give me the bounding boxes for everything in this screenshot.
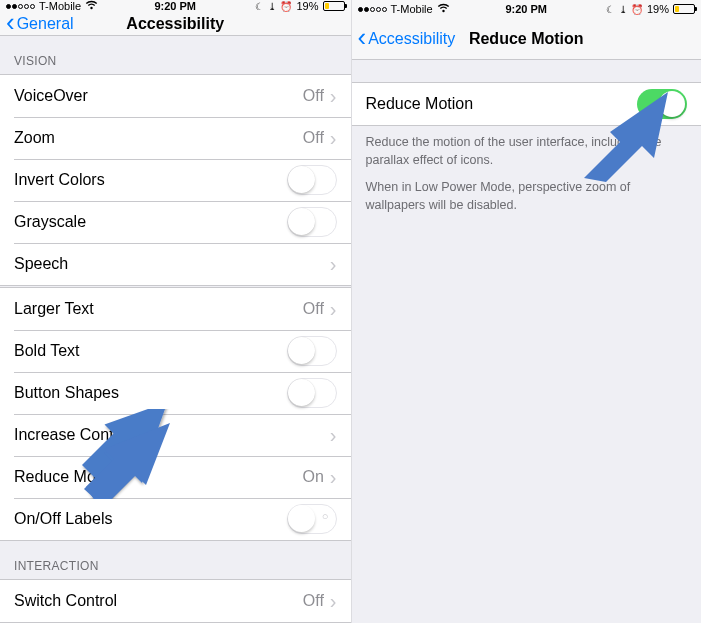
section-header-interaction: INTERACTION	[0, 541, 351, 579]
group-reduce-motion: Reduce Motion	[352, 82, 702, 126]
group-vision: VoiceOver Off › Zoom Off › Invert Colors…	[0, 74, 351, 286]
back-label: Accessibility	[368, 30, 455, 48]
wifi-icon	[437, 3, 450, 15]
back-button[interactable]: ‹ Accessibility	[352, 27, 456, 50]
switch-reduce-motion[interactable]	[637, 89, 687, 119]
row-label: Grayscale	[14, 213, 287, 231]
battery-icon	[323, 1, 345, 11]
footer-paragraph: When in Low Power Mode, perspective zoom…	[366, 179, 688, 214]
row-reduce-motion[interactable]: Reduce Motion On ›	[0, 456, 351, 498]
row-invert-colors[interactable]: Invert Colors	[0, 159, 351, 201]
row-label: Reduce Motion	[366, 95, 638, 113]
chevron-right-icon: ›	[330, 466, 337, 489]
row-increase-contrast[interactable]: Increase Contrast ›	[0, 414, 351, 456]
carrier-label: T-Mobile	[391, 3, 433, 15]
switch-bold-text[interactable]	[287, 336, 337, 366]
status-time: 9:20 PM	[505, 3, 547, 15]
chevron-right-icon: ›	[330, 298, 337, 321]
status-time: 9:20 PM	[154, 0, 196, 12]
battery-icon	[673, 4, 695, 14]
row-label: Bold Text	[14, 342, 287, 360]
row-switch-control[interactable]: Switch Control Off ›	[0, 580, 351, 622]
moon-icon: ☾	[606, 4, 615, 15]
alarm-icon: ⏰	[280, 1, 292, 12]
status-bar: T-Mobile 9:20 PM ☾ ⤓ ⏰ 19%	[352, 0, 702, 18]
row-button-shapes[interactable]: Button Shapes	[0, 372, 351, 414]
moon-icon: ☾	[255, 1, 264, 12]
row-value: Off	[303, 300, 324, 318]
lock-icon: ⤓	[619, 4, 627, 15]
nav-bar: ‹ Accessibility Reduce Motion	[352, 18, 702, 60]
row-label: VoiceOver	[14, 87, 303, 105]
switch-invert-colors[interactable]	[287, 165, 337, 195]
back-button[interactable]: ‹ General	[0, 12, 74, 35]
row-label: Switch Control	[14, 592, 303, 610]
row-value: Off	[303, 592, 324, 610]
row-reduce-motion-toggle[interactable]: Reduce Motion	[352, 83, 702, 125]
chevron-right-icon: ›	[330, 127, 337, 150]
row-label: On/Off Labels	[14, 510, 287, 528]
wifi-icon	[85, 0, 98, 12]
alarm-icon: ⏰	[631, 4, 643, 15]
switch-grayscale[interactable]	[287, 207, 337, 237]
lock-icon: ⤓	[268, 1, 276, 12]
row-grayscale[interactable]: Grayscale	[0, 201, 351, 243]
row-label: Speech	[14, 255, 330, 273]
chevron-left-icon: ‹	[6, 9, 15, 35]
row-label: Button Shapes	[14, 384, 287, 402]
switch-onoff-labels[interactable]	[287, 504, 337, 534]
row-larger-text[interactable]: Larger Text Off ›	[0, 288, 351, 330]
row-speech[interactable]: Speech ›	[0, 243, 351, 285]
chevron-right-icon: ›	[330, 253, 337, 276]
battery-percent: 19%	[296, 0, 318, 12]
row-onoff-labels[interactable]: On/Off Labels	[0, 498, 351, 540]
back-label: General	[17, 15, 74, 33]
phone-right: T-Mobile 9:20 PM ☾ ⤓ ⏰ 19% ‹ Accessibili…	[351, 0, 702, 623]
row-voiceover[interactable]: VoiceOver Off ›	[0, 75, 351, 117]
chevron-right-icon: ›	[330, 590, 337, 613]
switch-button-shapes[interactable]	[287, 378, 337, 408]
row-label: Invert Colors	[14, 171, 287, 189]
row-value: Off	[303, 129, 324, 147]
nav-bar: ‹ General Accessibility	[0, 12, 351, 36]
page-title: Reduce Motion	[469, 30, 584, 48]
row-label: Reduce Motion	[14, 468, 302, 486]
signal-icon	[358, 7, 387, 12]
chevron-right-icon: ›	[330, 424, 337, 447]
row-bold-text[interactable]: Bold Text	[0, 330, 351, 372]
phone-left: T-Mobile 9:20 PM ☾ ⤓ ⏰ 19% ‹ General Acc…	[0, 0, 351, 623]
section-header-vision: VISION	[0, 36, 351, 74]
battery-percent: 19%	[647, 3, 669, 15]
row-value: On	[302, 468, 323, 486]
row-value: Off	[303, 87, 324, 105]
row-label: Zoom	[14, 129, 303, 147]
footer-paragraph: Reduce the motion of the user interface,…	[366, 134, 688, 169]
status-bar: T-Mobile 9:20 PM ☾ ⤓ ⏰ 19%	[0, 0, 351, 12]
row-zoom[interactable]: Zoom Off ›	[0, 117, 351, 159]
chevron-right-icon: ›	[330, 85, 337, 108]
group-display: Larger Text Off › Bold Text Button Shape…	[0, 287, 351, 541]
chevron-left-icon: ‹	[358, 24, 367, 50]
page-title: Accessibility	[126, 15, 224, 33]
row-label: Larger Text	[14, 300, 303, 318]
footer-text: Reduce the motion of the user interface,…	[352, 126, 702, 214]
row-label: Increase Contrast	[14, 426, 330, 444]
group-interaction: Switch Control Off ›	[0, 579, 351, 623]
carrier-label: T-Mobile	[39, 0, 81, 12]
